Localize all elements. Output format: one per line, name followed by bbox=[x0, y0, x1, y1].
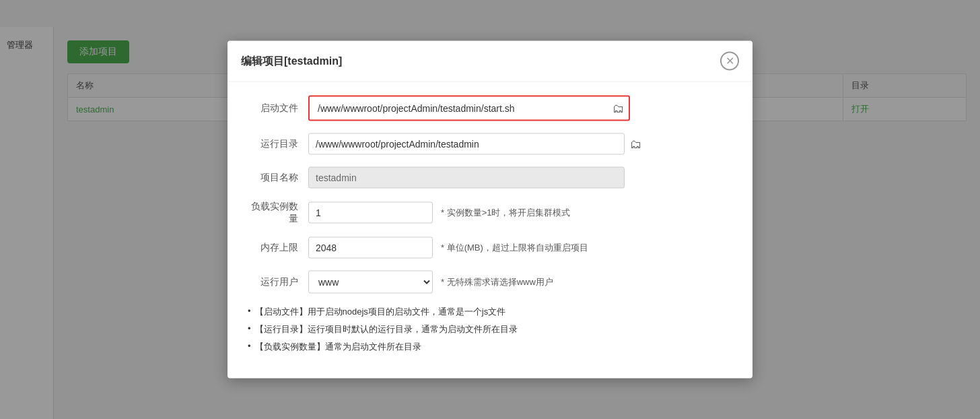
label-start-file: 启动文件 bbox=[248, 102, 308, 115]
run-dir-input[interactable] bbox=[308, 133, 625, 155]
project-name-control-wrap bbox=[308, 167, 732, 189]
run-user-select[interactable]: www root nginx bbox=[308, 271, 433, 294]
modal-header: 编辑项目[testadmin] ✕ bbox=[228, 41, 753, 82]
modal-title: 编辑项目[testadmin] bbox=[241, 54, 342, 68]
label-memory: 内存上限 bbox=[248, 242, 308, 254]
start-file-input[interactable] bbox=[311, 98, 607, 119]
start-file-highlighted-wrap: 🗂 bbox=[308, 96, 630, 121]
modal-body: 启动文件 🗂 运行目录 🗂 项目名称 负载实例数量 bbox=[228, 82, 753, 379]
run-dir-folder-icon[interactable]: 🗂 bbox=[630, 137, 642, 151]
bullet-1: • bbox=[248, 306, 251, 316]
note-item-1: • 【启动文件】用于启动nodejs项目的启动文件，通常是一个js文件 bbox=[248, 306, 732, 318]
note-item-3: • 【负载实例数量】通常为启动文件所在目录 bbox=[248, 341, 732, 353]
note-text-2: 【运行目录】运行项目时默认的运行目录，通常为启动文件所在目录 bbox=[255, 323, 518, 335]
instances-input[interactable] bbox=[308, 202, 433, 224]
project-name-input bbox=[308, 167, 625, 189]
edit-project-modal: 编辑项目[testadmin] ✕ 启动文件 🗂 运行目录 🗂 项目名称 bbox=[228, 41, 753, 379]
label-project-name: 项目名称 bbox=[248, 172, 308, 184]
start-file-folder-icon[interactable]: 🗂 bbox=[612, 101, 625, 115]
label-run-user: 运行用户 bbox=[248, 276, 308, 288]
label-instances: 负载实例数量 bbox=[248, 201, 308, 225]
run-user-control-wrap: www root nginx * 无特殊需求请选择www用户 bbox=[308, 271, 732, 294]
form-row-project-name: 项目名称 bbox=[248, 167, 732, 189]
bullet-2: • bbox=[248, 323, 251, 333]
form-row-run-dir: 运行目录 🗂 bbox=[248, 133, 732, 155]
instances-control-wrap: * 实例数量>1时，将开启集群模式 bbox=[308, 202, 732, 224]
run-dir-control-wrap: 🗂 bbox=[308, 133, 732, 155]
form-row-start-file: 启动文件 🗂 bbox=[248, 96, 732, 121]
memory-control-wrap: * 单位(MB)，超过上限将自动重启项目 bbox=[308, 237, 732, 259]
modal-close-button[interactable]: ✕ bbox=[720, 52, 739, 71]
instances-hint: * 实例数量>1时，将开启集群模式 bbox=[441, 207, 571, 219]
label-run-dir: 运行目录 bbox=[248, 138, 308, 150]
memory-hint: * 单位(MB)，超过上限将自动重启项目 bbox=[441, 242, 588, 254]
run-user-hint: * 无特殊需求请选择www用户 bbox=[441, 276, 553, 288]
note-item-2: • 【运行目录】运行项目时默认的运行目录，通常为启动文件所在目录 bbox=[248, 323, 732, 335]
notes-section: • 【启动文件】用于启动nodejs项目的启动文件，通常是一个js文件 • 【运… bbox=[248, 306, 732, 365]
note-text-1: 【启动文件】用于启动nodejs项目的启动文件，通常是一个js文件 bbox=[255, 306, 506, 318]
note-text-3: 【负载实例数量】通常为启动文件所在目录 bbox=[255, 341, 421, 353]
form-row-memory: 内存上限 * 单位(MB)，超过上限将自动重启项目 bbox=[248, 237, 732, 259]
form-row-instances: 负载实例数量 * 实例数量>1时，将开启集群模式 bbox=[248, 201, 732, 225]
start-file-control-wrap: 🗂 bbox=[308, 96, 732, 121]
memory-input[interactable] bbox=[308, 237, 433, 259]
form-row-run-user: 运行用户 www root nginx * 无特殊需求请选择www用户 bbox=[248, 271, 732, 294]
bullet-3: • bbox=[248, 341, 251, 351]
